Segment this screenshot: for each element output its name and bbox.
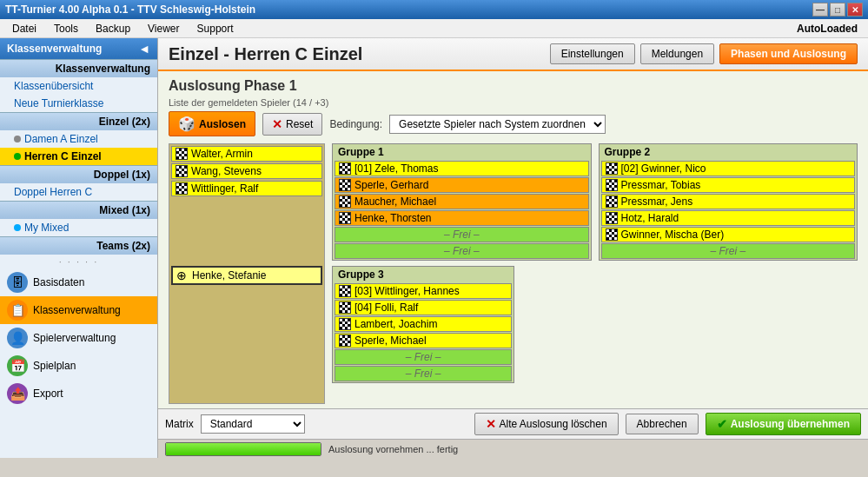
group-row[interactable]: Lambert, Joachim	[335, 316, 512, 332]
reset-button[interactable]: ✕ Reset	[262, 113, 322, 136]
auslosen-button[interactable]: 🎲 Auslosen	[169, 111, 255, 136]
group-row[interactable]: Sperle, Gerhard	[335, 177, 589, 193]
checker-icon	[339, 162, 351, 175]
sidebar-item-label: Doppel Herren C	[14, 186, 92, 198]
group-row[interactable]: Pressmar, Jens	[601, 194, 856, 209]
sidebar-item-klassenverwaltung-nav[interactable]: 📋 Klassenverwaltung	[0, 296, 157, 324]
player-name: Walter, Armin	[191, 148, 253, 160]
flame-icon: 🎲	[178, 116, 195, 132]
window-controls: — □ ✕	[812, 3, 863, 17]
move-cursor-icon: ⊕	[176, 268, 187, 282]
group-player-name: Hotz, Harald	[621, 212, 679, 224]
groups-row-2: Gruppe 3 [03] Wittlinger, Hannes [04] Fo…	[332, 266, 858, 383]
sidebar-item-label: Export	[33, 388, 63, 400]
check-icon: ✔	[717, 417, 727, 431]
progress-bar	[165, 442, 321, 456]
sidebar-section-mixed: Mixed (1x)	[0, 201, 157, 219]
group-1-header: Gruppe 1	[333, 144, 591, 160]
menu-viewer[interactable]: Viewer	[139, 21, 188, 36]
sidebar-item-label: Klassenübersicht	[14, 80, 93, 92]
sidebar: Klassenverwaltung ◄ Klassenverwaltung Kl…	[0, 38, 158, 458]
group-player-name: Sperle, Michael	[354, 335, 427, 347]
checker-icon	[606, 212, 618, 224]
active-dot-icon	[14, 153, 21, 160]
bedingung-select[interactable]: Gesetzte Spieler nach System zuordnen	[389, 115, 606, 134]
group-row[interactable]: [04] Folli, Ralf	[335, 300, 512, 315]
sidebar-item-spielplan[interactable]: 📅 Spielplan	[0, 352, 157, 380]
app-title: TT-Turnier 4.00 Alpha 0.1 - TTV Schleswi…	[5, 3, 255, 16]
sidebar-item-export[interactable]: 📤 Export	[0, 380, 157, 407]
group-player-name: Maucher, Michael	[354, 195, 436, 208]
matrix-select[interactable]: Standard2er3er4er5er	[201, 414, 305, 434]
menu-support[interactable]: Support	[189, 21, 242, 36]
group-row[interactable]: [01] Zele, Thomas	[335, 161, 589, 176]
klassenverwaltung-icon: 📋	[7, 300, 28, 321]
sidebar-section-einzel: Einzel (2x)	[0, 112, 157, 130]
uebernehmen-button[interactable]: ✔ Auslosung übernehmen	[706, 413, 861, 435]
sidebar-dots: · · · · ·	[0, 255, 157, 268]
progress-label: Auslosung vornehmen ... fertig	[328, 444, 458, 454]
group-row[interactable]: [02] Gwinner, Nico	[601, 161, 856, 176]
sidebar-item-my-mixed[interactable]: My Mixed	[0, 219, 157, 236]
group-row[interactable]: Hotz, Harald	[601, 210, 856, 226]
reset-label: Reset	[286, 118, 313, 130]
group-row[interactable]: Pressmar, Tobias	[601, 177, 856, 193]
menu-backup[interactable]: Backup	[87, 21, 139, 36]
group-player-name: Sperle, Gerhard	[354, 179, 428, 191]
sidebar-section-label: Doppel (1x)	[94, 169, 150, 181]
checker-icon	[176, 148, 188, 160]
free-slot-label: – Frei –	[710, 245, 745, 257]
einstellungen-button[interactable]: Einstellungen	[550, 43, 635, 64]
group-row[interactable]: [03] Wittlinger, Hannes	[335, 283, 512, 299]
group-row[interactable]: Maucher, Michael	[335, 194, 589, 209]
menu-datei[interactable]: Datei	[3, 21, 45, 36]
sidebar-item-herren-c-einzel[interactable]: Herren C Einzel	[0, 148, 157, 165]
free-slot-label: – Frei –	[406, 351, 441, 363]
group-row[interactable]: Henke, Thorsten	[335, 210, 589, 226]
group-3-panel: Gruppe 3 [03] Wittlinger, Hannes [04] Fo…	[332, 266, 514, 383]
controls-row: 🎲 Auslosen ✕ Reset Bedingung: Gesetzte S…	[169, 111, 858, 136]
group-player-name: Pressmar, Jens	[621, 195, 693, 208]
group-row-free: – Frei –	[601, 243, 856, 259]
phasen-auslosung-button[interactable]: Phasen und Auslosung	[719, 43, 858, 64]
group-player-name: [04] Folli, Ralf	[354, 301, 418, 314]
sidebar-item-basisdaten[interactable]: 🗄 Basisdaten	[0, 268, 157, 296]
sidebar-collapse-arrow[interactable]: ◄	[138, 42, 150, 56]
x-icon: ✕	[272, 117, 282, 131]
checker-icon	[606, 229, 618, 241]
content-header: Einzel - Herren C Einzel Einstellungen M…	[158, 38, 868, 71]
sidebar-section-label: Teams (2x)	[96, 240, 150, 252]
maximize-button[interactable]: □	[830, 3, 845, 17]
player-row[interactable]: Wang, Stevens	[171, 163, 322, 179]
dragged-player-row[interactable]: ⊕ Henke, Stefanie	[171, 266, 322, 285]
checker-icon	[176, 165, 188, 177]
group-3-header: Gruppe 3	[333, 267, 514, 282]
sidebar-item-klassenubersicht[interactable]: Klassenübersicht	[0, 77, 157, 95]
player-name: Wittlinger, Ralf	[191, 182, 258, 195]
group-row[interactable]: Sperle, Michael	[335, 333, 512, 348]
checker-icon	[339, 301, 351, 314]
player-row[interactable]: Walter, Armin	[171, 146, 322, 162]
sidebar-item-spielerverwaltung[interactable]: 👤 Spielerverwaltung	[0, 324, 157, 352]
group-row[interactable]: Gwinner, Mischa (Ber)	[601, 227, 856, 242]
sidebar-header-label: Klassenverwaltung	[7, 43, 102, 55]
sidebar-item-damen-a-einzel[interactable]: Damen A Einzel	[0, 130, 157, 148]
meldungen-button[interactable]: Meldungen	[640, 43, 714, 64]
sidebar-item-label: Spielerverwaltung	[33, 332, 116, 344]
bottom-bar: Matrix Standard2er3er4er5er ✕ Alte Auslo…	[158, 408, 868, 439]
checker-icon	[339, 179, 351, 191]
checker-icon	[606, 162, 618, 175]
checker-icon	[339, 318, 351, 330]
player-row[interactable]: Wittlinger, Ralf	[171, 181, 322, 196]
sidebar-item-doppel-herren-c[interactable]: Doppel Herren C	[0, 183, 157, 201]
group-player-name: Gwinner, Mischa (Ber)	[621, 229, 725, 241]
menu-tools[interactable]: Tools	[45, 21, 87, 36]
group-row-free: – Frei –	[335, 366, 512, 381]
player-list-label: Liste der gemeldeten Spieler (14 / +3)	[169, 97, 858, 108]
abbrechen-button[interactable]: Abbrechen	[626, 414, 699, 434]
delete-old-button[interactable]: ✕ Alte Auslosung löschen	[474, 413, 619, 435]
minimize-button[interactable]: —	[812, 3, 828, 17]
close-button[interactable]: ✕	[847, 3, 863, 17]
sidebar-item-neue-turnierklasse[interactable]: Neue Turnierklasse	[0, 95, 157, 112]
groups-row-1: Gruppe 1 [01] Zele, Thomas Sperle, Gerha…	[332, 143, 858, 261]
